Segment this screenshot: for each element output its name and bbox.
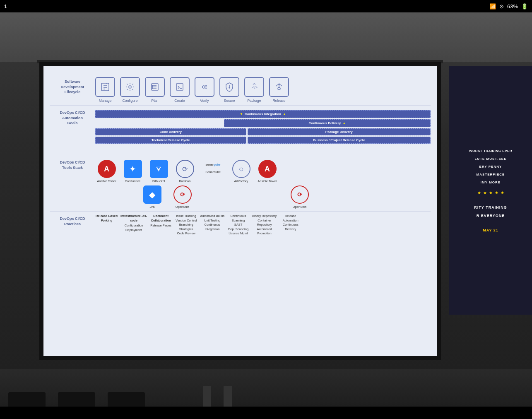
panel-text-3: ERY PENNY — [479, 165, 502, 169]
openshift1-icon: ⟳ — [173, 185, 192, 204]
openshift2-label: OpenShift — [293, 205, 306, 209]
stage-release: Release — [269, 77, 289, 103]
sonarqube-label: Sonarqube — [205, 170, 221, 174]
tools-layout: A Ansible Tower ✦ Confluence ⛛ Bitbucket — [95, 158, 431, 209]
tool-sonarqube: sonarqube Sonarqube — [200, 160, 226, 174]
battery-text: 63% — [507, 3, 518, 10]
bamboo-label: Bamboo — [179, 179, 191, 183]
cicd-goals-section: DevOps CI/CD Automation Goals ▼ Continuo… — [50, 106, 431, 155]
jira-icon: ◆ — [143, 185, 161, 204]
create-icon — [170, 77, 190, 97]
lifecycle-stages: Manage Configure — [95, 77, 431, 103]
room-background: Software Development Lifecycle — [0, 12, 532, 419]
package-delivery-band: Package Delivery — [248, 128, 431, 135]
release-icon — [269, 77, 289, 97]
svg-point-15 — [202, 86, 205, 88]
artifactory-icon: ○ — [232, 160, 250, 178]
cd-arrow: ▲ — [342, 121, 346, 125]
star4: ★ — [495, 190, 498, 195]
ci-arrow-left: ▼ — [240, 112, 243, 116]
ansible2-label: Ansible Tower — [258, 179, 277, 183]
star3: ★ — [489, 190, 493, 195]
practice-doc-collab: Document Collaboration Release Pages — [149, 214, 172, 228]
right-panel: WORST TRAINING EVER LUTE MUST-SEE ERY PE… — [449, 66, 532, 315]
panel-text-7: R EVERYONE — [477, 214, 505, 218]
ansible2-icon: A — [258, 160, 277, 178]
manage-icon — [95, 77, 115, 97]
stage-create: Create — [170, 77, 190, 103]
tool-artifactory: ○ Artifactory — [230, 160, 253, 183]
openshift1-label: OpenShift — [176, 205, 189, 209]
panel-text-8: MAY 21 — [483, 228, 498, 232]
svg-point-10 — [152, 85, 153, 86]
lifecycle-icons: Manage Configure — [95, 77, 431, 103]
panel-text-1: WORST TRAINING EVER — [469, 149, 512, 153]
verify-icon — [195, 77, 214, 97]
panel-text-6: RITY TRAINING — [474, 205, 507, 210]
bottom-bar — [0, 407, 532, 419]
confluence-label: Confluence — [125, 179, 141, 183]
location-icon: ⊙ — [499, 3, 504, 10]
slide-content: Software Development Lifecycle — [43, 66, 437, 356]
practice-infra-as-code: Infrastructure -as- code Configuration D… — [120, 214, 147, 232]
wifi-icon: 📶 — [489, 3, 496, 10]
bitbucket-icon: ⛛ — [150, 160, 168, 178]
configure-icon — [120, 77, 140, 97]
svg-rect-13 — [176, 84, 183, 90]
configure-label: Configure — [123, 99, 138, 103]
status-left: 1 — [4, 3, 7, 10]
panel-text-5: IMY MORE — [481, 181, 501, 184]
svg-point-22 — [278, 87, 280, 90]
practice-automated-builds: Automated Builds Unit Testing Continuous… — [200, 214, 224, 231]
tool-openshift1: ⟳ OpenShift — [171, 185, 194, 209]
tool-confluence: ✦ Confluence — [121, 160, 144, 183]
manage-label: Manage — [99, 99, 112, 103]
tool-bamboo: ⟳ Bamboo — [173, 160, 196, 183]
cd-band-row: Continuous Delivery ▲ — [95, 119, 431, 127]
star5: ★ — [501, 190, 504, 195]
practice-release-automation: Release Automation Continuous Delivery — [279, 214, 302, 231]
practices-content: Release Based Forking Infrastructure -as… — [95, 214, 431, 236]
svg-rect-0 — [101, 83, 109, 91]
ceiling — [0, 12, 532, 62]
svg-point-12 — [152, 88, 153, 89]
stage-configure: Configure — [120, 77, 140, 103]
ci-arrow-right: ▲ — [283, 112, 286, 116]
delivery-bands-row: Code Delivery Package Delivery — [95, 128, 431, 135]
svg-point-5 — [129, 86, 131, 88]
svg-point-20 — [229, 87, 230, 88]
cicd-goals-label: DevOps CI/CD Automation Goals — [50, 108, 95, 126]
plan-label: Plan — [151, 99, 158, 103]
practice-binary-repo: Binary Repository Container Repository A… — [252, 214, 277, 236]
tools-row2: ◆ Jira ⟳ OpenShift ⟳ OpenShift — [141, 185, 431, 209]
status-right: 📶 ⊙ 63% 🔋 — [489, 3, 528, 10]
star1: ★ — [477, 190, 481, 195]
confluence-icon: ✦ — [124, 160, 142, 178]
artifactory-label: Artifactory — [234, 179, 248, 183]
verify-label: Verify — [200, 99, 209, 103]
practices-section: DevOps CI/CD Practices Release Based For… — [50, 212, 431, 253]
practice-issue-tracking: Issue Tracking Version Control Branching… — [175, 214, 197, 236]
status-bar: 1 📶 ⊙ 63% 🔋 — [0, 0, 532, 12]
openshift2-icon: ⟳ — [291, 185, 309, 204]
stage-manage: Manage — [95, 77, 115, 103]
battery-icon: 🔋 — [521, 3, 528, 10]
tool-ansible1: A Ansible Tower — [95, 160, 118, 183]
cicd-bands: ▼ Continuous Integration ▲ Continuous De… — [95, 108, 431, 146]
create-label: Create — [174, 99, 185, 103]
ansible1-icon: A — [98, 160, 116, 178]
star2: ★ — [483, 190, 487, 195]
panel-stars: ★ ★ ★ ★ ★ — [477, 190, 504, 195]
stage-plan: Plan — [145, 77, 165, 103]
practice-release-forking: Release Based Forking — [95, 214, 118, 224]
bitbucket-label: Bitbucket — [152, 179, 165, 183]
package-icon: </> — [244, 77, 264, 97]
panel-text-2: LUTE MUST-SEE — [474, 157, 506, 161]
code-delivery-band: Code Delivery — [95, 128, 246, 135]
bamboo-icon: ⟳ — [176, 160, 194, 178]
tool-openshift2: ⟳ OpenShift — [288, 185, 311, 209]
svg-text:</>: </> — [252, 85, 258, 89]
stage-secure: Secure — [219, 77, 239, 103]
jira-label: Jira — [149, 205, 154, 209]
business-release-band: Business / Project Release Cycle — [248, 137, 431, 144]
